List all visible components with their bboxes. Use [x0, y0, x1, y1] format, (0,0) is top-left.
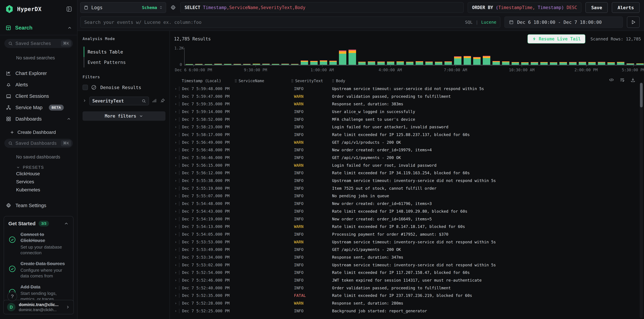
- expand-row-icon[interactable]: ›: [175, 263, 179, 267]
- histogram-bar[interactable]: [186, 64, 193, 65]
- wrap-lines-icon[interactable]: [620, 77, 625, 83]
- log-row[interactable]: ›Dec 7 5:53:34.000 PMINFOResponse sent, …: [172, 253, 644, 261]
- saved-dashboards-input[interactable]: Saved Dashboards ⌘K: [4, 139, 73, 148]
- histogram-bar[interactable]: [617, 62, 624, 65]
- get-started-item-sources[interactable]: Create Data Sources Configure where your…: [8, 261, 69, 279]
- histogram-bar[interactable]: [387, 61, 394, 65]
- histogram-bar[interactable]: [234, 64, 241, 65]
- get-started-item-add-data[interactable]: Add Data Start sending logs, metrics, or…: [8, 284, 69, 302]
- histogram-bar[interactable]: [262, 64, 270, 65]
- view-source-code-icon[interactable]: [609, 77, 614, 83]
- expand-row-icon[interactable]: ›: [175, 179, 179, 183]
- mode-results-table[interactable]: Results Table: [82, 47, 166, 57]
- run-query-button[interactable]: [627, 16, 640, 28]
- sidebar-item-search[interactable]: Search: [0, 25, 77, 35]
- log-row[interactable]: ›Dec 7 5:56:46.000 PMINFOGET /api/v1/pay…: [172, 154, 644, 162]
- alerts-button[interactable]: Alerts: [612, 2, 640, 13]
- log-row[interactable]: ›Dec 7 5:56:48.000 PMINFONew order creat…: [172, 146, 644, 154]
- log-row[interactable]: ›Dec 7 5:58:52.000 PMINFOMFA challenge s…: [172, 116, 644, 123]
- histogram-bar[interactable]: [377, 61, 385, 65]
- query-settings-gear-icon[interactable]: [170, 4, 176, 10]
- expand-row-icon[interactable]: ›: [175, 278, 179, 282]
- histogram-bar[interactable]: [425, 61, 433, 65]
- histogram-bar[interactable]: [406, 62, 414, 65]
- log-row[interactable]: ›Dec 7 5:56:15.000 PMWARNLogin failed fo…: [172, 162, 644, 169]
- vertical-scrollbar[interactable]: [640, 82, 643, 318]
- histogram-bar[interactable]: [282, 64, 289, 65]
- sidebar-item-team-settings[interactable]: Team Settings: [6, 203, 77, 208]
- histogram-bar[interactable]: [416, 61, 423, 65]
- get-started-item-connect[interactable]: Connect to ClickHouse Set up your databa…: [8, 232, 69, 256]
- more-filters-button[interactable]: More filters: [82, 111, 166, 121]
- expand-row-icon[interactable]: ›: [175, 225, 179, 229]
- sidebar-item-alerts[interactable]: Alerts: [0, 79, 77, 90]
- expand-row-icon[interactable]: ›: [175, 294, 179, 298]
- histogram-bar[interactable]: [310, 61, 318, 65]
- histogram-bar[interactable]: [540, 62, 548, 65]
- sidebar-item-chart-explorer[interactable]: Chart Explorer: [0, 68, 77, 79]
- histogram-bar[interactable]: [550, 62, 557, 65]
- expand-row-icon[interactable]: ›: [175, 163, 179, 167]
- expand-row-icon[interactable]: ›: [175, 133, 179, 137]
- expand-row-icon[interactable]: ›: [175, 217, 179, 221]
- log-row[interactable]: ›Dec 7 5:54:19.000 PMINFONew order creat…: [172, 215, 644, 223]
- log-row[interactable]: ›Dec 7 5:52:54.000 PMINFORate limit exce…: [172, 269, 644, 277]
- expand-row-icon[interactable]: ›: [175, 148, 179, 152]
- log-row[interactable]: ›Dec 7 5:59:14.000 PMINFOUser alice_w lo…: [172, 108, 644, 116]
- histogram-bar[interactable]: [205, 64, 212, 65]
- log-row[interactable]: ›Dec 7 5:58:23.000 PMINFOLogin failed fo…: [172, 123, 644, 131]
- log-row[interactable]: ›Dec 7 5:53:02.000 PMINFOUpstream servic…: [172, 261, 644, 269]
- expand-row-icon[interactable]: ›: [175, 301, 179, 305]
- sidebar-item-dashboards[interactable]: Dashboards: [0, 113, 77, 125]
- scrollbar-thumb[interactable]: [640, 83, 643, 107]
- column-grip-icon[interactable]: [291, 79, 294, 83]
- resume-live-tail-button[interactable]: Resume Live Tail: [528, 34, 586, 44]
- histogram-bar[interactable]: [492, 61, 500, 65]
- chevron-up-icon[interactable]: [67, 25, 72, 30]
- histogram-plot[interactable]: [184, 48, 644, 65]
- mode-event-patterns[interactable]: Event Patterns: [82, 57, 166, 67]
- log-row[interactable]: ›Dec 7 5:53:49.000 PMINFOGET /api/v1/pay…: [172, 246, 644, 253]
- log-row[interactable]: ›Dec 7 5:52:35.000 PMFATALRate limit exc…: [172, 292, 644, 300]
- lucene-toggle[interactable]: Lucene: [481, 20, 496, 25]
- time-range-picker[interactable]: Dec 6 18:00:00 - Dec 7 18:00:00: [504, 16, 623, 28]
- download-icon[interactable]: [630, 77, 636, 83]
- histogram-bar[interactable]: [512, 62, 519, 65]
- severity-filter-field[interactable]: SeverityText: [89, 97, 149, 105]
- column-header-servicename[interactable]: ServiceName: [234, 79, 291, 83]
- histogram-bar[interactable]: [598, 62, 605, 65]
- log-row[interactable]: ›Dec 7 5:56:49.000 PMWARNGET /api/v1/pro…: [172, 139, 644, 146]
- column-header-timestamp[interactable]: Timestamp (Local): [182, 79, 234, 83]
- log-row[interactable]: ›Dec 7 5:52:46.000 PMINFOJWT token expir…: [172, 276, 644, 284]
- column-grip-icon[interactable]: [234, 79, 237, 83]
- chevron-up-icon[interactable]: [64, 221, 69, 226]
- histogram-bar[interactable]: [560, 62, 567, 65]
- source-select[interactable]: Logs Schema: [80, 2, 166, 13]
- log-row[interactable]: ›Dec 7 5:54:48.000 PMINFONew order creat…: [172, 200, 644, 208]
- log-row[interactable]: ›Dec 7 5:54:43.000 PMINFORate limit exce…: [172, 208, 644, 215]
- histogram-bar[interactable]: [569, 62, 576, 65]
- expand-filter-icon[interactable]: [82, 99, 86, 103]
- saved-searches-input[interactable]: Saved Searches ⌘K: [4, 39, 73, 48]
- histogram-bar[interactable]: [454, 56, 462, 65]
- denoise-checkbox[interactable]: [82, 85, 88, 90]
- expand-row-icon[interactable]: ›: [175, 125, 179, 129]
- expand-row-icon[interactable]: ›: [175, 140, 179, 144]
- help-button[interactable]: ?: [8, 292, 17, 301]
- chevron-up-icon[interactable]: [66, 117, 71, 121]
- histogram-bar[interactable]: [320, 60, 327, 65]
- order-by-input[interactable]: ORDER BY (TimestampTime, Timestamp) DESC: [468, 2, 582, 13]
- sql-toggle[interactable]: SQL: [465, 20, 472, 25]
- expand-row-icon[interactable]: ›: [175, 232, 179, 236]
- query-language-toggle[interactable]: SQL | Lucene: [465, 20, 496, 25]
- histogram-bar[interactable]: [502, 61, 510, 65]
- expand-row-icon[interactable]: ›: [175, 87, 179, 91]
- presets-section-toggle[interactable]: PRESETS: [16, 165, 77, 170]
- sidebar-item-client-sessions[interactable]: Client Sessions: [0, 90, 77, 102]
- expand-row-icon[interactable]: ›: [175, 209, 179, 213]
- expand-row-icon[interactable]: ›: [175, 186, 179, 190]
- expand-row-icon[interactable]: ›: [175, 271, 179, 275]
- expand-row-icon[interactable]: ›: [175, 240, 179, 244]
- event-search-input[interactable]: Search your events w/ Lucene ex. column:…: [80, 16, 500, 28]
- expand-row-icon[interactable]: ›: [175, 286, 179, 290]
